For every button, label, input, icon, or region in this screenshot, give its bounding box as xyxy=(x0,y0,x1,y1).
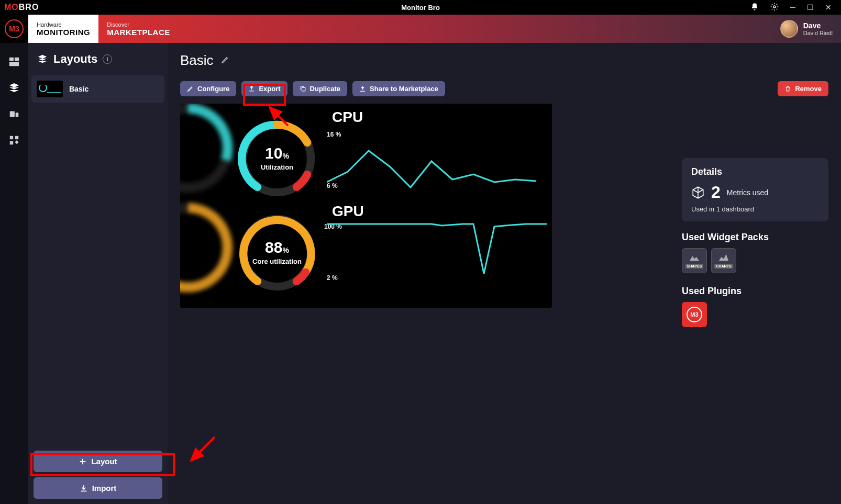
rail-devices-icon[interactable] xyxy=(7,107,21,121)
svg-rect-3 xyxy=(9,62,19,66)
layouts-header: Layouts i xyxy=(28,43,168,75)
gpu-gauge: 88% Core utilization xyxy=(233,208,322,297)
share-button[interactable]: Share to Marketplace xyxy=(352,81,445,96)
layout-title: Basic xyxy=(180,52,214,69)
brand-logo: MOBRO xyxy=(4,3,39,12)
gear-icon[interactable] xyxy=(770,3,779,13)
rail-dashboard-icon[interactable] xyxy=(7,54,21,69)
pack-shapes[interactable]: SHAPES xyxy=(682,248,707,273)
action-bar: Configure Export Duplicate Share to Mark… xyxy=(180,81,828,96)
export-button[interactable]: Export xyxy=(241,81,287,96)
bell-icon[interactable] xyxy=(750,3,759,13)
layout-thumbnail xyxy=(37,81,63,97)
close-icon[interactable]: ✕ xyxy=(825,3,832,12)
rail-widgets-icon[interactable] xyxy=(7,133,21,148)
cube-icon xyxy=(691,186,705,199)
svg-rect-6 xyxy=(10,136,13,139)
maximize-icon[interactable]: ☐ xyxy=(807,3,814,12)
pencil-icon xyxy=(187,85,194,92)
svg-rect-7 xyxy=(15,136,18,139)
user-box[interactable]: Dave David Riedl xyxy=(780,15,841,43)
details-card: Details 2 Metrics used Used in 1 dashboa… xyxy=(682,158,828,221)
gpu-graph xyxy=(327,221,547,284)
svg-rect-4 xyxy=(10,111,15,117)
cpu-gauge: 10% Utilization xyxy=(233,114,322,203)
copy-icon xyxy=(300,85,306,92)
pack-charts[interactable]: CHARTS xyxy=(711,248,736,273)
cpu-graph xyxy=(327,130,547,193)
configure-button[interactable]: Configure xyxy=(180,81,236,96)
svg-rect-8 xyxy=(10,141,13,144)
tab-marketplace[interactable]: Discover MARKETPLACE xyxy=(98,15,179,43)
layers-icon xyxy=(37,53,48,65)
rail-layouts-icon[interactable] xyxy=(7,81,21,95)
title-bar: MOBRO Monitor Bro ─ ☐ ✕ xyxy=(0,0,841,15)
minimize-icon[interactable]: ─ xyxy=(790,3,795,12)
edit-icon[interactable] xyxy=(221,55,229,66)
upload-cloud-icon xyxy=(359,85,366,92)
trash-icon xyxy=(784,85,791,92)
remove-button[interactable]: Remove xyxy=(778,81,828,96)
window-controls: ─ ☐ ✕ xyxy=(750,3,841,13)
download-icon xyxy=(80,484,88,492)
svg-rect-1 xyxy=(9,58,14,61)
user-fullname: David Riedl xyxy=(803,30,833,36)
details-panel: Details 2 Metrics used Used in 1 dashboa… xyxy=(682,158,828,327)
layouts-panel: Layouts i Basic Layout Import xyxy=(28,43,168,504)
user-name: Dave xyxy=(803,21,833,30)
info-icon[interactable]: i xyxy=(103,54,112,64)
gpu-title: GPU xyxy=(332,203,364,220)
blur-gauge-cpu xyxy=(180,104,238,198)
app-logo[interactable]: M3 xyxy=(0,15,28,43)
layout-item-basic[interactable]: Basic xyxy=(31,75,164,103)
svg-rect-2 xyxy=(15,58,19,61)
icon-rail xyxy=(0,43,28,504)
upload-icon xyxy=(248,85,255,92)
import-button[interactable]: Import xyxy=(34,477,162,499)
used-in-label: Used in 1 dashboard xyxy=(691,205,819,213)
plugins-title: Used Plugins xyxy=(682,286,828,297)
svg-point-0 xyxy=(773,6,776,8)
metrics-count: 2 xyxy=(711,183,721,202)
svg-rect-5 xyxy=(16,113,19,117)
layout-preview: CPU 10% Utilization 16 % 6 % GPU xyxy=(180,104,552,308)
plugin-mobro[interactable]: M3 xyxy=(682,302,707,327)
cpu-title: CPU xyxy=(332,109,363,126)
content-area: Basic Configure Export Duplicate Share t… xyxy=(168,43,841,504)
plus-icon xyxy=(79,457,87,466)
duplicate-button[interactable]: Duplicate xyxy=(293,81,348,96)
svg-rect-9 xyxy=(302,87,305,91)
tab-monitoring[interactable]: Hardware MONITORING xyxy=(28,15,98,43)
top-nav: M3 Hardware MONITORING Discover MARKETPL… xyxy=(0,15,841,43)
blur-gauge-gpu xyxy=(180,198,238,297)
add-layout-button[interactable]: Layout xyxy=(34,451,162,472)
avatar xyxy=(780,20,798,38)
widget-packs-title: Used Widget Packs xyxy=(682,232,828,243)
window-title: Monitor Bro xyxy=(401,4,440,12)
